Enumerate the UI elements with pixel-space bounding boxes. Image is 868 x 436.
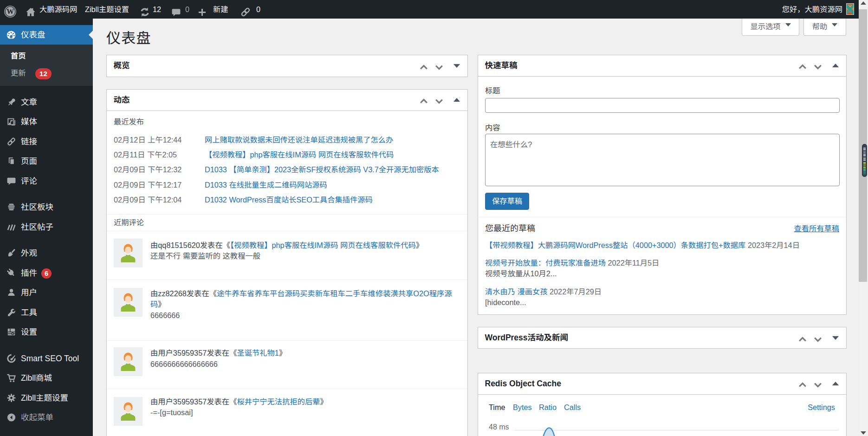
svg-text:W: W (6, 8, 14, 16)
